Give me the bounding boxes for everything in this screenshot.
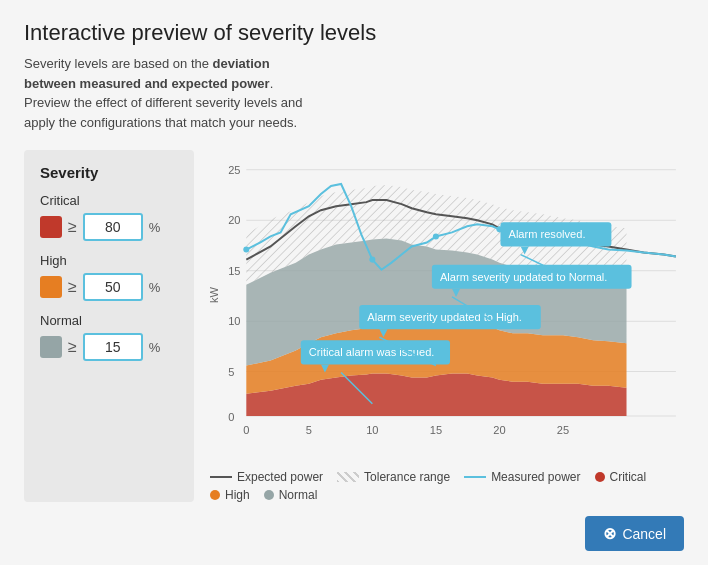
severity-title: Severity [40,164,178,181]
page-description: Severity levels are based on the deviati… [24,54,304,132]
normal-label: Normal [40,313,178,328]
critical-row: ≥ % [40,213,178,241]
main-content: Severity Critical ≥ % High ≥ % Normal ≥ … [24,150,684,502]
legend-expected-label: Expected power [237,470,323,484]
svg-point-20 [243,247,249,253]
high-label: High [40,253,178,268]
high-swatch [40,276,62,298]
legend-expected-line [210,476,232,478]
cancel-label: Cancel [622,526,666,542]
critical-label: Critical [40,193,178,208]
svg-point-21 [369,257,375,263]
high-input[interactable] [83,273,143,301]
legend-measured-line [464,476,486,478]
chart-legend: Expected power Tolerance range Measured … [210,470,684,502]
legend-normal-label: Normal [279,488,318,502]
critical-pct: % [149,220,161,235]
chart-svg: 25 20 15 10 5 0 kW 0 5 10 15 20 25 [210,150,684,460]
legend-high-dot [210,490,220,500]
chart-area: 25 20 15 10 5 0 kW 0 5 10 15 20 25 [210,150,684,502]
legend-tolerance-label: Tolerance range [364,470,450,484]
svg-text:5: 5 [228,366,234,378]
legend-measured: Measured power [464,470,580,484]
legend-measured-label: Measured power [491,470,580,484]
svg-text:25: 25 [557,424,569,436]
normal-row: ≥ % [40,333,178,361]
legend-high: High [210,488,250,502]
legend-normal: Normal [264,488,318,502]
svg-text:15: 15 [228,265,240,277]
normal-pct: % [149,340,161,355]
normal-gte: ≥ [68,338,77,356]
cancel-button[interactable]: ⊗ Cancel [585,516,684,551]
svg-text:Alarm severity updated to High: Alarm severity updated to High. [367,311,522,323]
svg-text:Alarm severity updated to Norm: Alarm severity updated to Normal. [440,271,607,283]
svg-text:10: 10 [366,424,378,436]
legend-high-label: High [225,488,250,502]
svg-text:Alarm resolved.: Alarm resolved. [509,228,586,240]
legend-normal-dot [264,490,274,500]
svg-text:0: 0 [228,411,234,423]
legend-expected: Expected power [210,470,323,484]
svg-point-22 [433,233,439,239]
svg-text:10: 10 [228,315,240,327]
svg-text:20: 20 [228,214,240,226]
cancel-icon: ⊗ [603,524,616,543]
svg-text:20: 20 [493,424,505,436]
svg-text:15: 15 [430,424,442,436]
legend-critical-label: Critical [610,470,647,484]
page-title: Interactive preview of severity levels [24,20,684,46]
critical-input[interactable] [83,213,143,241]
normal-input[interactable] [83,333,143,361]
legend-critical-dot [595,472,605,482]
legend-tolerance-swatch [337,472,359,482]
svg-text:kW: kW [208,286,220,303]
legend-critical: Critical [595,470,647,484]
legend-tolerance: Tolerance range [337,470,450,484]
critical-gte: ≥ [68,218,77,236]
cancel-btn-row: ⊗ Cancel [24,516,684,551]
severity-panel: Severity Critical ≥ % High ≥ % Normal ≥ … [24,150,194,502]
svg-text:25: 25 [228,164,240,176]
svg-text:Critical alarm was issued.: Critical alarm was issued. [309,346,435,358]
high-row: ≥ % [40,273,178,301]
normal-swatch [40,336,62,358]
critical-swatch [40,216,62,238]
svg-text:5: 5 [306,424,312,436]
svg-text:0: 0 [243,424,249,436]
high-pct: % [149,280,161,295]
high-gte: ≥ [68,278,77,296]
